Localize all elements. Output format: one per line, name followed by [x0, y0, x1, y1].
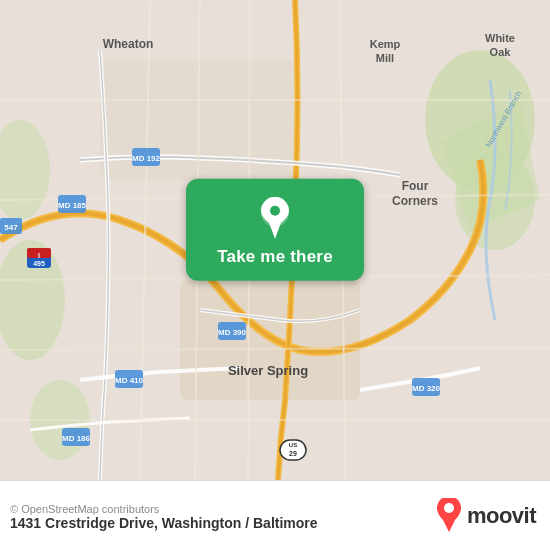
svg-text:I: I [38, 252, 40, 259]
bottom-left-info: © OpenStreetMap contributors 1431 Crestr… [10, 501, 318, 531]
svg-text:495: 495 [33, 260, 45, 267]
svg-text:547: 547 [4, 223, 18, 232]
svg-text:29: 29 [289, 450, 297, 457]
take-me-there-bubble[interactable]: Take me there [186, 179, 364, 281]
moovit-logo: moovit [435, 498, 536, 534]
moovit-brand-text: moovit [467, 503, 536, 529]
take-me-there-button[interactable]: Take me there [217, 247, 333, 267]
svg-text:MD 390: MD 390 [218, 328, 247, 337]
svg-text:MD 186: MD 186 [62, 434, 91, 443]
svg-text:Corners: Corners [392, 194, 438, 208]
svg-text:Four: Four [402, 179, 429, 193]
map-container: MD 192 MD 185 MD 390 MD 410 MD 186 MD 32… [0, 0, 550, 480]
svg-text:White: White [485, 32, 515, 44]
svg-text:Kemp: Kemp [370, 38, 401, 50]
button-overlay: Take me there [186, 179, 364, 281]
svg-point-56 [270, 206, 280, 216]
moovit-pin-icon [435, 498, 463, 534]
svg-point-57 [444, 503, 454, 513]
svg-text:Wheaton: Wheaton [103, 37, 154, 51]
svg-text:Mill: Mill [376, 52, 394, 64]
svg-text:US: US [289, 442, 297, 448]
attribution-text: © OpenStreetMap contributors [10, 503, 318, 515]
address-text: 1431 Crestridge Drive, Washington / Balt… [10, 515, 318, 531]
svg-text:Oak: Oak [490, 46, 512, 58]
bottom-bar: © OpenStreetMap contributors 1431 Crestr… [0, 480, 550, 550]
svg-text:MD 192: MD 192 [132, 154, 161, 163]
svg-text:MD 185: MD 185 [58, 201, 87, 210]
svg-text:Silver Spring: Silver Spring [228, 363, 308, 378]
svg-text:MD 320: MD 320 [412, 384, 441, 393]
svg-text:MD 410: MD 410 [115, 376, 144, 385]
location-pin-icon [257, 197, 293, 241]
